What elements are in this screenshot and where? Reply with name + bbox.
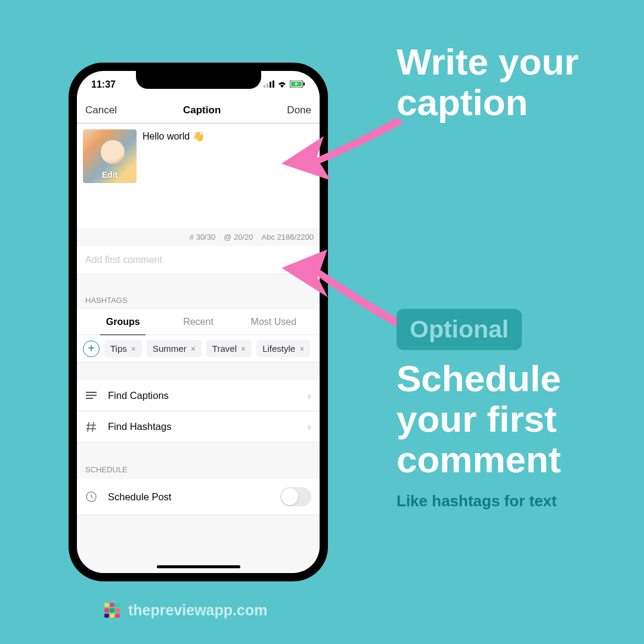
find-captions-row[interactable]: Find Captions › xyxy=(77,380,320,411)
tag-item[interactable]: Travel× xyxy=(206,340,252,357)
footer-url: thepreviewapp.com xyxy=(128,602,267,619)
status-icons xyxy=(264,79,305,90)
find-hashtags-row[interactable]: Find Hashtags › xyxy=(77,411,320,442)
post-thumbnail[interactable]: Edit xyxy=(83,129,137,183)
screen-bottom xyxy=(77,515,320,573)
clock-icon xyxy=(85,491,97,502)
mention-count: @ 20/20 xyxy=(224,233,253,242)
character-counters: # 30/30 @ 20/20 Abc 2186/2200 xyxy=(77,228,320,246)
chevron-right-icon: › xyxy=(307,389,311,402)
annotation-subtitle: Like hashtags for text xyxy=(397,493,644,510)
spacer xyxy=(77,363,320,380)
spacer xyxy=(77,442,320,460)
signal-icon xyxy=(264,79,274,90)
battery-icon xyxy=(290,79,305,90)
schedule-post-row: Schedule Post xyxy=(77,479,320,515)
add-tag-button[interactable]: + xyxy=(83,340,100,357)
app-logo-icon xyxy=(104,603,120,618)
hashtag-count: # 30/30 xyxy=(190,233,215,242)
annotation-schedule-comment: Schedule your first comment xyxy=(397,358,644,481)
optional-badge: Optional xyxy=(397,309,522,350)
row-label: Find Captions xyxy=(108,390,296,401)
chevron-right-icon: › xyxy=(307,420,311,434)
remove-tag-icon[interactable]: × xyxy=(191,344,196,354)
svg-rect-6 xyxy=(304,83,305,86)
arrow-icon xyxy=(280,244,411,346)
row-label: Schedule Post xyxy=(108,491,270,503)
status-time: 11:37 xyxy=(91,79,116,90)
svg-rect-0 xyxy=(264,85,265,88)
footer: thepreviewapp.com xyxy=(104,602,267,619)
schedule-toggle[interactable] xyxy=(280,487,311,506)
schedule-header: SCHEDULE xyxy=(77,460,320,479)
cancel-button[interactable]: Cancel xyxy=(85,104,117,116)
tag-label: Summer xyxy=(153,343,187,354)
lines-icon xyxy=(85,392,97,400)
tab-groups[interactable]: Groups xyxy=(85,309,160,335)
wifi-icon xyxy=(277,79,287,90)
remove-tag-icon[interactable]: × xyxy=(241,344,246,354)
arrow-icon xyxy=(280,113,411,185)
hash-icon xyxy=(85,422,97,432)
nav-title: Caption xyxy=(183,104,221,116)
row-label: Find Hashtags xyxy=(108,421,296,432)
home-indicator xyxy=(157,565,240,568)
tag-label: Tips xyxy=(110,343,127,354)
notch xyxy=(136,71,261,89)
tag-item[interactable]: Tips× xyxy=(104,340,142,357)
svg-rect-1 xyxy=(267,83,268,88)
svg-rect-3 xyxy=(273,80,274,88)
tag-label: Travel xyxy=(212,343,237,354)
annotation-write-caption: Write your caption xyxy=(397,42,644,123)
tab-recent[interactable]: Recent xyxy=(160,309,236,335)
edit-label: Edit xyxy=(102,170,117,179)
char-count: Abc 2186/2200 xyxy=(262,233,314,242)
remove-tag-icon[interactable]: × xyxy=(131,344,136,354)
tag-item[interactable]: Summer× xyxy=(147,340,202,357)
annotation-block: Optional Schedule your first comment Lik… xyxy=(397,309,644,509)
svg-rect-2 xyxy=(270,82,271,88)
